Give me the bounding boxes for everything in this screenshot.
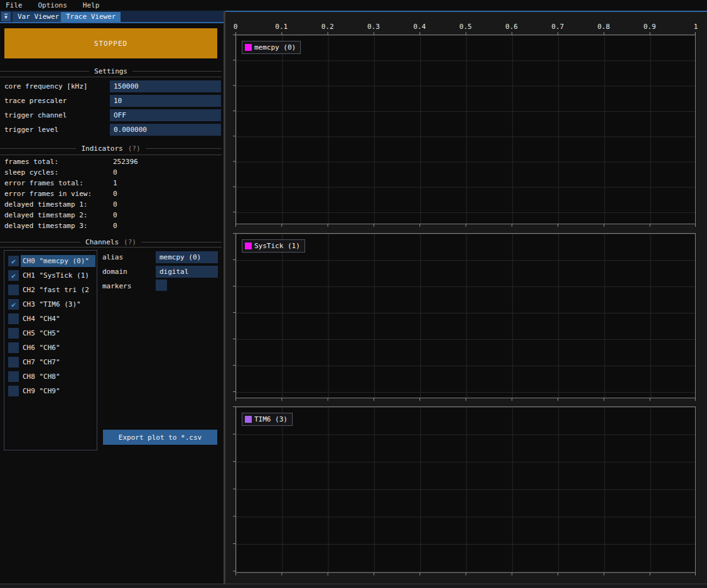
channels-header: Channels(?) xyxy=(0,238,222,246)
x-axis-tick-label: 1 xyxy=(694,23,698,31)
x-axis-tick-label: 0.4 xyxy=(413,23,426,31)
collapse-button[interactable]: ▼ xyxy=(1,12,11,21)
domain-label: domain xyxy=(102,268,127,276)
channel-label[interactable]: CH1 "SysTick (1) xyxy=(23,270,95,281)
indicator-value: 252396 xyxy=(113,158,138,166)
channel-checkbox[interactable]: ✔ xyxy=(8,270,19,281)
channel-row-ch4: CH4 "CH4" xyxy=(8,313,95,325)
indicator-label: delayed timestamp 1: xyxy=(4,200,87,209)
x-axis-tick-label: 0.8 xyxy=(597,23,610,31)
series-swatch-icon xyxy=(245,44,252,51)
channel-label[interactable]: CH4 "CH4" xyxy=(23,313,95,325)
alias-field[interactable]: memcpy (0) xyxy=(156,251,218,263)
channel-checkbox[interactable] xyxy=(8,386,19,396)
x-axis-tick-label: 0.9 xyxy=(644,23,656,31)
channel-checkbox[interactable] xyxy=(8,357,19,368)
legend-label: SysTick (1) xyxy=(254,242,300,250)
channel-row-ch0: ✔ CH0 "memcpy (0)" xyxy=(8,255,95,267)
indicator-value: 0 xyxy=(113,200,117,209)
trace-prescaler-label: trace prescaler xyxy=(4,97,67,105)
indicator-label: error frames total: xyxy=(4,179,84,187)
help-icon: (?) xyxy=(124,238,136,246)
indicator-value: 0 xyxy=(113,222,117,230)
menu-item-options[interactable]: Options xyxy=(38,1,67,9)
alias-label: alias xyxy=(102,253,123,261)
plot-tim6[interactable]: TIM6 (3) xyxy=(235,406,696,573)
indicator-label: delayed timestamp 2: xyxy=(4,211,87,219)
series-swatch-icon xyxy=(245,242,252,249)
menu-item-file[interactable]: File xyxy=(6,1,23,9)
separator xyxy=(0,247,222,248)
channel-label[interactable]: CH3 "TIM6 (3)" xyxy=(23,298,95,310)
series-swatch-icon xyxy=(245,416,252,423)
channel-checkbox[interactable] xyxy=(8,285,19,295)
trace-plot-panel: 0 0.1 0.2 0.3 0.4 0.5 0.6 0.7 0.8 0.9 1 … xyxy=(225,11,707,584)
domain-field[interactable]: digital xyxy=(156,266,218,278)
channel-row-ch5: CH5 "CH5" xyxy=(8,327,95,339)
check-icon: ✔ xyxy=(11,301,16,308)
channel-row-ch1: ✔ CH1 "SysTick (1) xyxy=(8,270,95,281)
channel-list: ✔ CH0 "memcpy (0)" ✔ CH1 "SysTick (1) CH… xyxy=(4,250,97,450)
channel-label[interactable]: CH8 "CH8" xyxy=(23,371,95,383)
channel-row-ch6: CH6 "CH6" xyxy=(8,342,95,354)
core-frequency-label: core frequency [kHz] xyxy=(4,82,87,90)
check-icon: ✔ xyxy=(11,258,16,265)
x-axis-tick-label: 0.7 xyxy=(551,23,564,31)
channel-label[interactable]: CH5 "CH5" xyxy=(23,327,95,339)
legend-label: memcpy (0) xyxy=(254,43,296,52)
indicators-header: Indicators(?) xyxy=(0,144,222,153)
export-csv-button[interactable]: Export plot to *.csv xyxy=(103,430,217,445)
tab-trace-viewer[interactable]: Trace Viewer xyxy=(61,12,121,22)
trace-prescaler-input[interactable]: 10 xyxy=(110,95,221,107)
x-axis-labels: 0 0.1 0.2 0.3 0.4 0.5 0.6 0.7 0.8 0.9 1 xyxy=(235,23,696,31)
x-axis-tick-label: 0 xyxy=(234,23,238,31)
channel-label[interactable]: CH2 "fast tri (2 xyxy=(23,284,95,296)
markers-checkbox[interactable] xyxy=(156,280,167,291)
legend-tim6[interactable]: TIM6 (3) xyxy=(242,413,293,426)
indicator-label: error frames in view: xyxy=(4,190,92,198)
plot-memcpy[interactable]: memcpy (0) xyxy=(235,35,696,224)
tab-var-viewer[interactable]: Var Viewer xyxy=(13,12,64,22)
channel-label[interactable]: CH9 "CH9" xyxy=(23,385,95,397)
tab-bar: ▼ Var Viewer Trace Viewer xyxy=(0,11,224,23)
channel-checkbox[interactable] xyxy=(8,313,19,324)
x-axis-ticks xyxy=(235,32,696,35)
x-axis-tick-label: 0.1 xyxy=(275,23,288,31)
channel-label[interactable]: CH7 "CH7" xyxy=(23,356,95,368)
indicator-value: 0 xyxy=(113,211,117,219)
core-frequency-input[interactable]: 150000 xyxy=(110,80,221,92)
status-strip xyxy=(0,584,707,588)
channel-row-ch2: CH2 "fast tri (2 xyxy=(8,284,95,296)
acquisition-state-button[interactable]: STOPPED xyxy=(4,28,217,58)
menu-bar: File Options Help xyxy=(0,0,707,11)
x-axis-tick-label: 0.6 xyxy=(505,23,518,31)
check-icon: ✔ xyxy=(11,272,16,280)
x-axis-tick-label: 0.3 xyxy=(367,23,380,31)
channel-checkbox[interactable] xyxy=(8,342,19,353)
trigger-channel-select[interactable]: OFF xyxy=(110,109,221,121)
channel-checkbox[interactable] xyxy=(8,328,19,339)
legend-label: TIM6 (3) xyxy=(254,415,288,423)
channel-row-ch7: CH7 "CH7" xyxy=(8,356,95,368)
channel-checkbox[interactable]: ✔ xyxy=(8,299,19,310)
channel-checkbox[interactable]: ✔ xyxy=(8,256,19,266)
trigger-level-input[interactable]: 0.000000 xyxy=(110,124,221,136)
indicator-label: delayed timestamp 3: xyxy=(4,222,87,230)
plot-systick[interactable]: SysTick (1) xyxy=(235,233,696,398)
legend-systick[interactable]: SysTick (1) xyxy=(242,239,305,253)
indicator-value: 0 xyxy=(113,168,117,177)
channel-label[interactable]: CH6 "CH6" xyxy=(23,342,95,354)
channel-label[interactable]: CH0 "memcpy (0)" xyxy=(21,255,95,267)
channel-row-ch8: CH8 "CH8" xyxy=(8,371,95,383)
channel-row-ch9: CH9 "CH9" xyxy=(8,385,95,397)
channel-checkbox[interactable] xyxy=(8,371,19,382)
indicator-value: 1 xyxy=(113,179,117,187)
menu-item-help[interactable]: Help xyxy=(83,1,100,9)
separator xyxy=(0,77,222,77)
trigger-level-label: trigger level xyxy=(4,126,58,134)
x-axis-tick-label: 0.5 xyxy=(460,23,472,31)
settings-header: Settings xyxy=(0,67,222,75)
legend-memcpy[interactable]: memcpy (0) xyxy=(242,41,301,54)
collapse-arrow-icon: ▼ xyxy=(4,14,8,20)
indicator-value: 0 xyxy=(113,190,117,198)
